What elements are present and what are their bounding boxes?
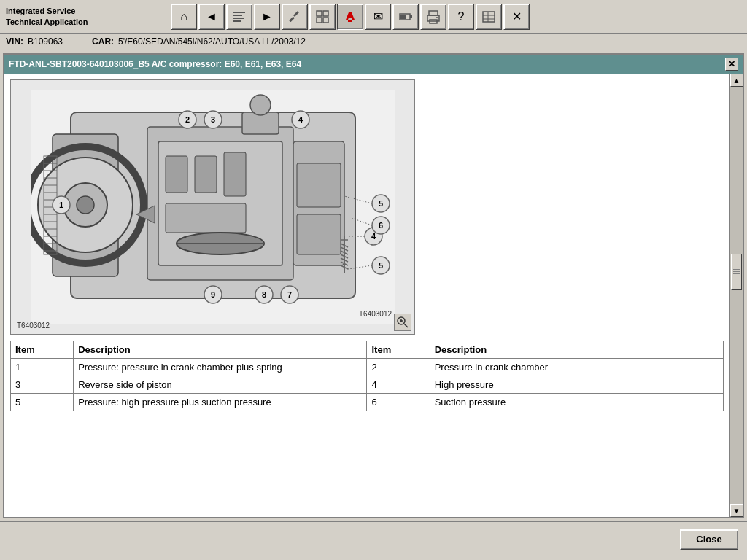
close-button[interactable]: Close: [680, 529, 738, 550]
item1-cell: 1: [11, 359, 74, 376]
svg-point-28: [77, 196, 94, 214]
back-button[interactable]: ◄: [198, 4, 225, 30]
help-button[interactable]: ?: [448, 4, 474, 30]
desc1-cell: Pressure: pressure in crank chamber plus…: [74, 359, 367, 376]
table-header-row: Item Description Item Description: [11, 341, 724, 359]
data-table: Item Description Item Description 1 Pres…: [10, 341, 724, 411]
window-title: FTD-ANL-SBT2003-640103006_B5 A/C compres…: [9, 59, 301, 69]
svg-rect-7: [317, 18, 322, 23]
svg-rect-9: [348, 20, 352, 22]
vin-label: VIN:: [6, 36, 23, 47]
svg-rect-18: [483, 12, 495, 22]
home-button[interactable]: ⌂: [171, 4, 197, 30]
scrollable-content: 1 2 3 4 4: [4, 74, 729, 517]
svg-text:8: 8: [261, 290, 266, 299]
svg-text:9: 9: [210, 290, 214, 299]
svg-rect-8: [323, 18, 328, 23]
table-body: 1 Pressure: pressure in crank chamber pl…: [11, 359, 724, 411]
item1-cell: 5: [11, 394, 74, 411]
svg-point-17: [436, 17, 438, 18]
diagram-box: 1 2 3 4 4: [10, 79, 415, 335]
svg-rect-46: [195, 156, 217, 192]
svg-rect-14: [429, 11, 438, 15]
item2-cell: 4: [367, 376, 430, 394]
svg-line-94: [404, 324, 408, 327]
svg-text:6: 6: [378, 221, 382, 230]
diagram-area: 1 2 3 4 4: [4, 74, 729, 341]
app-title: Integrated Service Technical Application: [3, 6, 171, 27]
desc1-cell: Reverse side of piston: [74, 376, 367, 394]
svg-rect-5: [317, 11, 322, 16]
vin-bar: VIN: B109063 CAR: 5'/E60/SEDAN/545i/N62/…: [0, 34, 747, 50]
table-row: 5 Pressure: high pressure plus suction p…: [11, 394, 724, 411]
table-row: 1 Pressure: pressure in crank chamber pl…: [11, 359, 724, 376]
battery-button[interactable]: [392, 4, 419, 30]
window-close-button[interactable]: ✕: [725, 58, 738, 71]
vin-value: B109063: [28, 36, 63, 47]
svg-text:T6403012: T6403012: [359, 310, 392, 318]
main-window: FTD-ANL-SBT2003-640103006_B5 A/C compres…: [3, 53, 744, 518]
svg-rect-52: [297, 163, 341, 207]
svg-rect-1: [233, 15, 242, 16]
desc2-cell: High pressure: [430, 376, 723, 394]
item2-cell: 2: [367, 359, 430, 376]
car-item: CAR: 5'/E60/SEDAN/545i/N62/AUTO/USA LL/2…: [92, 36, 306, 47]
svg-rect-0: [233, 12, 245, 13]
listview-button[interactable]: [476, 4, 502, 30]
compressor-diagram: 1 2 3 4 4: [31, 90, 395, 324]
svg-rect-3: [233, 20, 241, 22]
svg-rect-47: [224, 152, 246, 196]
col-desc1: Description: [74, 341, 367, 359]
scroll-track[interactable]: [730, 87, 743, 504]
svg-point-55: [250, 95, 271, 115]
item1-cell: 3: [11, 376, 74, 394]
svg-text:3: 3: [210, 115, 214, 124]
diagram-image: 1 2 3 4 4: [11, 80, 414, 334]
desc2-cell: Suction pressure: [430, 394, 723, 411]
svg-rect-13: [403, 15, 406, 19]
grid-button[interactable]: [309, 4, 336, 30]
svg-rect-45: [166, 156, 187, 192]
col-desc2: Description: [430, 341, 723, 359]
car-label: CAR:: [92, 36, 114, 47]
svg-text:1: 1: [58, 201, 63, 209]
svg-text:7: 7: [287, 290, 291, 299]
car-value: 5'/E60/SEDAN/545i/N62/AUTO/USA LL/2003/1…: [118, 36, 306, 47]
svg-text:5: 5: [378, 261, 382, 270]
scroll-up-button[interactable]: ▲: [730, 74, 743, 87]
svg-rect-48: [166, 203, 246, 233]
scrollbar: ▲ ▼: [729, 74, 743, 517]
app-title-line2: Technical Application: [6, 18, 88, 26]
item2-cell: 6: [367, 394, 430, 411]
svg-text:2: 2: [185, 115, 189, 124]
col-item2: Item: [367, 341, 430, 359]
svg-rect-12: [400, 15, 403, 19]
table-row: 3 Reverse side of piston 4 High pressure: [11, 376, 724, 394]
svg-rect-6: [323, 11, 328, 16]
toolbar-buttons: ⌂ ◄ ► ✉ ? ✕: [171, 4, 530, 30]
diagram-label: T6403012: [17, 322, 50, 330]
mail-button[interactable]: ✉: [365, 4, 391, 30]
svg-rect-4: [289, 16, 295, 22]
col-item1: Item: [11, 341, 74, 359]
scroll-down-button[interactable]: ▼: [730, 504, 743, 517]
app-close-button[interactable]: ✕: [503, 4, 530, 30]
content-area: 1 2 3 4 4: [4, 74, 743, 517]
toolbar: Integrated Service Technical Application…: [0, 0, 747, 34]
app-title-line1: Integrated Service: [6, 7, 75, 15]
tools-button[interactable]: [282, 4, 308, 30]
window-titlebar: FTD-ANL-SBT2003-640103006_B5 A/C compres…: [4, 55, 743, 74]
forward-button[interactable]: ►: [254, 4, 280, 30]
toc-button[interactable]: [226, 4, 252, 30]
desc1-cell: Pressure: high pressure plus suction pre…: [74, 394, 367, 411]
bottom-bar: Close: [0, 521, 747, 556]
svg-text:5: 5: [378, 199, 382, 208]
print-button[interactable]: [420, 4, 446, 30]
vin-item: VIN: B109063: [6, 36, 63, 47]
scroll-thumb[interactable]: [731, 254, 742, 290]
zoom-button[interactable]: [394, 314, 411, 331]
highlight-button[interactable]: [337, 4, 363, 30]
svg-rect-53: [297, 214, 341, 254]
svg-rect-11: [410, 15, 412, 18]
svg-text:4: 4: [371, 232, 376, 241]
